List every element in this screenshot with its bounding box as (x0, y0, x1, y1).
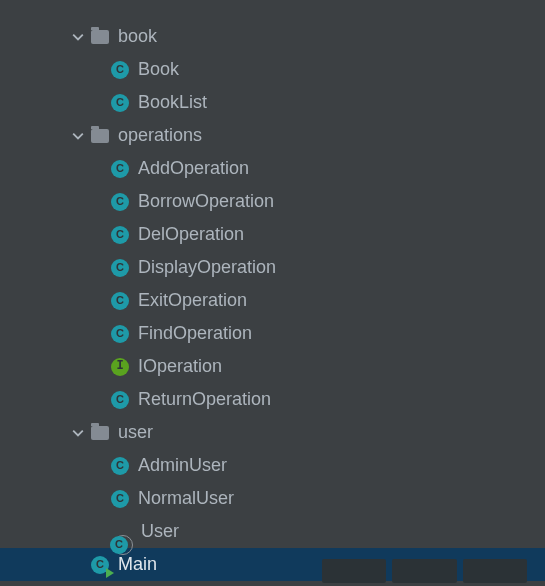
class-node[interactable]: C ExitOperation (0, 284, 545, 317)
class-label: AddOperation (138, 152, 249, 185)
abstract-class-node[interactable]: C User (0, 515, 545, 548)
package-node-book[interactable]: book (0, 20, 545, 53)
chevron-down-icon (70, 128, 86, 144)
class-node[interactable]: C NormalUser (0, 482, 545, 515)
class-icon: C (110, 324, 130, 344)
class-icon: C (110, 93, 130, 113)
class-node[interactable]: C ReturnOperation (0, 383, 545, 416)
class-node[interactable]: C BookList (0, 86, 545, 119)
class-icon: C (110, 291, 130, 311)
class-label: NormalUser (138, 482, 234, 515)
class-node[interactable]: C DelOperation (0, 218, 545, 251)
class-label: FindOperation (138, 317, 252, 350)
class-label: DelOperation (138, 218, 244, 251)
package-label: user (118, 416, 153, 449)
class-icon: C (110, 60, 130, 80)
chevron-down-icon (70, 29, 86, 45)
class-label: ReturnOperation (138, 383, 271, 416)
class-icon: C (110, 225, 130, 245)
package-label: operations (118, 119, 202, 152)
decorative-smudge (322, 559, 527, 583)
project-tree[interactable]: book C Book C BookList operations C AddO… (0, 0, 545, 581)
package-node-operations[interactable]: operations (0, 119, 545, 152)
class-label: BookList (138, 86, 207, 119)
class-node[interactable]: C BorrowOperation (0, 185, 545, 218)
class-node[interactable]: C Book (0, 53, 545, 86)
folder-icon (90, 126, 110, 146)
runnable-class-icon: C (90, 555, 110, 575)
class-label: Book (138, 53, 179, 86)
folder-icon (90, 27, 110, 47)
class-node[interactable]: C FindOperation (0, 317, 545, 350)
class-label: User (141, 515, 179, 548)
class-node[interactable]: C DisplayOperation (0, 251, 545, 284)
class-icon: C (110, 258, 130, 278)
interface-label: IOperation (138, 350, 222, 383)
class-node[interactable]: C AdminUser (0, 449, 545, 482)
class-icon: C (110, 159, 130, 179)
class-label: DisplayOperation (138, 251, 276, 284)
class-icon: C (110, 192, 130, 212)
class-icon: C (110, 489, 130, 509)
package-node-user[interactable]: user (0, 416, 545, 449)
interface-node[interactable]: I IOperation (0, 350, 545, 383)
folder-icon (90, 423, 110, 443)
class-label: AdminUser (138, 449, 227, 482)
spacer (70, 557, 86, 573)
class-icon: C (110, 456, 130, 476)
run-arrow-icon (106, 568, 114, 578)
class-icon: C (110, 390, 130, 410)
chevron-down-icon (70, 425, 86, 441)
interface-icon: I (110, 357, 130, 377)
class-label: BorrowOperation (138, 185, 274, 218)
package-label: book (118, 20, 157, 53)
class-node[interactable]: C AddOperation (0, 152, 545, 185)
class-label: ExitOperation (138, 284, 247, 317)
